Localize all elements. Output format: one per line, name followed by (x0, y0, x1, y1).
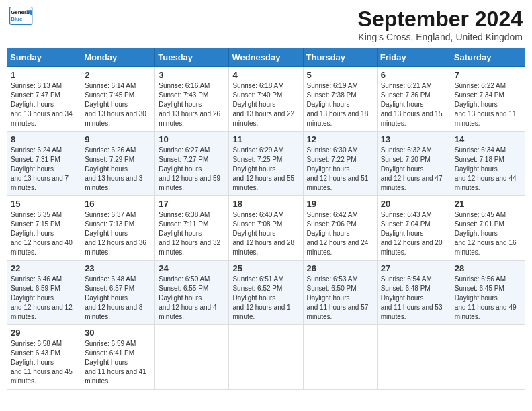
month-title: September 2024 (358, 7, 523, 32)
calendar-cell (303, 325, 377, 390)
calendar-cell: 5 Sunrise: 6:19 AMSunset: 7:38 PMDayligh… (303, 67, 377, 132)
day-detail: Sunrise: 6:56 AMSunset: 6:45 PMDaylight … (455, 275, 517, 320)
day-detail: Sunrise: 6:29 AMSunset: 7:25 PMDaylight … (232, 146, 294, 191)
calendar-week-4: 22 Sunrise: 6:46 AMSunset: 6:59 PMDaylig… (7, 261, 525, 325)
logo-icon: General Blue (9, 7, 34, 26)
calendar-cell: 21 Sunrise: 6:45 AMSunset: 7:01 PMDaylig… (451, 196, 525, 261)
calendar-cell: 7 Sunrise: 6:22 AMSunset: 7:34 PMDayligh… (451, 67, 525, 132)
day-detail: Sunrise: 6:45 AMSunset: 7:01 PMDaylight … (455, 211, 517, 256)
day-number: 8 (11, 134, 77, 144)
calendar-cell: 29 Sunrise: 6:58 AMSunset: 6:43 PMDaylig… (7, 325, 81, 390)
day-number: 18 (232, 199, 299, 209)
logo: General Blue (9, 7, 34, 26)
calendar-cell: 13 Sunrise: 6:32 AMSunset: 7:20 PMDaylig… (377, 132, 451, 196)
calendar-cell: 30 Sunrise: 6:59 AMSunset: 6:41 PMDaylig… (81, 325, 155, 390)
day-detail: Sunrise: 6:54 AMSunset: 6:48 PMDaylight … (381, 275, 443, 320)
page-header: General Blue September 2024 King's Cross… (7, 7, 525, 42)
calendar-cell (377, 325, 451, 390)
calendar-cell: 1 Sunrise: 6:13 AMSunset: 7:47 PMDayligh… (7, 67, 81, 132)
calendar-cell: 11 Sunrise: 6:29 AMSunset: 7:25 PMDaylig… (229, 132, 303, 196)
calendar-cell (451, 325, 525, 390)
day-detail: Sunrise: 6:46 AMSunset: 6:59 PMDaylight … (11, 275, 73, 320)
day-number: 10 (159, 134, 225, 144)
calendar-cell: 20 Sunrise: 6:43 AMSunset: 7:04 PMDaylig… (377, 196, 451, 261)
day-detail: Sunrise: 6:43 AMSunset: 7:04 PMDaylight … (381, 211, 443, 256)
calendar-cell (229, 325, 303, 390)
day-detail: Sunrise: 6:38 AMSunset: 7:11 PMDaylight … (159, 211, 220, 256)
day-number: 3 (159, 70, 225, 80)
calendar-cell: 25 Sunrise: 6:51 AMSunset: 6:52 PMDaylig… (229, 261, 303, 325)
calendar-week-5: 29 Sunrise: 6:58 AMSunset: 6:43 PMDaylig… (7, 325, 525, 390)
day-number: 13 (381, 134, 447, 144)
day-detail: Sunrise: 6:14 AMSunset: 7:45 PMDaylight … (85, 82, 146, 127)
day-number: 11 (232, 134, 299, 144)
day-number: 12 (307, 134, 373, 144)
calendar-cell: 16 Sunrise: 6:37 AMSunset: 7:13 PMDaylig… (81, 196, 155, 261)
day-detail: Sunrise: 6:21 AMSunset: 7:36 PMDaylight … (381, 82, 443, 127)
svg-text:Blue: Blue (11, 16, 23, 22)
day-number: 26 (307, 263, 373, 273)
calendar-header-thursday: Thursday (303, 48, 377, 67)
calendar-week-1: 1 Sunrise: 6:13 AMSunset: 7:47 PMDayligh… (7, 67, 525, 132)
day-detail: Sunrise: 6:24 AMSunset: 7:31 PMDaylight … (11, 146, 69, 191)
calendar-cell: 14 Sunrise: 6:34 AMSunset: 7:18 PMDaylig… (451, 132, 525, 196)
calendar-cell (155, 325, 229, 390)
day-detail: Sunrise: 6:32 AMSunset: 7:20 PMDaylight … (381, 146, 443, 191)
calendar-cell: 18 Sunrise: 6:40 AMSunset: 7:08 PMDaylig… (229, 196, 303, 261)
day-number: 24 (159, 263, 225, 273)
day-detail: Sunrise: 6:27 AMSunset: 7:27 PMDaylight … (159, 146, 220, 191)
day-number: 28 (455, 263, 521, 273)
calendar-cell: 19 Sunrise: 6:42 AMSunset: 7:06 PMDaylig… (303, 196, 377, 261)
day-number: 19 (307, 199, 373, 209)
calendar-cell: 17 Sunrise: 6:38 AMSunset: 7:11 PMDaylig… (155, 196, 229, 261)
calendar-cell: 6 Sunrise: 6:21 AMSunset: 7:36 PMDayligh… (377, 67, 451, 132)
day-number: 27 (381, 263, 447, 273)
calendar-week-3: 15 Sunrise: 6:35 AMSunset: 7:15 PMDaylig… (7, 196, 525, 261)
day-number: 21 (455, 199, 521, 209)
calendar-header-sunday: Sunday (7, 48, 81, 67)
day-number: 5 (307, 70, 373, 80)
calendar-cell: 12 Sunrise: 6:30 AMSunset: 7:22 PMDaylig… (303, 132, 377, 196)
day-detail: Sunrise: 6:22 AMSunset: 7:34 PMDaylight … (455, 82, 517, 127)
calendar-cell: 22 Sunrise: 6:46 AMSunset: 6:59 PMDaylig… (7, 261, 81, 325)
calendar-header-saturday: Saturday (451, 48, 525, 67)
calendar-header-row: SundayMondayTuesdayWednesdayThursdayFrid… (7, 48, 525, 67)
calendar-cell: 3 Sunrise: 6:16 AMSunset: 7:43 PMDayligh… (155, 67, 229, 132)
calendar-cell: 26 Sunrise: 6:53 AMSunset: 6:50 PMDaylig… (303, 261, 377, 325)
day-number: 20 (381, 199, 447, 209)
day-detail: Sunrise: 6:18 AMSunset: 7:40 PMDaylight … (232, 82, 294, 127)
day-number: 29 (11, 328, 77, 338)
day-number: 23 (85, 263, 151, 273)
day-number: 1 (11, 70, 77, 80)
day-detail: Sunrise: 6:37 AMSunset: 7:13 PMDaylight … (85, 211, 146, 256)
calendar-cell: 4 Sunrise: 6:18 AMSunset: 7:40 PMDayligh… (229, 67, 303, 132)
title-section: September 2024 King's Cross, England, Un… (358, 7, 523, 42)
day-detail: Sunrise: 6:30 AMSunset: 7:22 PMDaylight … (307, 146, 369, 191)
day-number: 9 (85, 134, 151, 144)
day-detail: Sunrise: 6:50 AMSunset: 6:55 PMDaylight … (159, 275, 216, 320)
calendar-header-tuesday: Tuesday (155, 48, 229, 67)
calendar-cell: 15 Sunrise: 6:35 AMSunset: 7:15 PMDaylig… (7, 196, 81, 261)
day-detail: Sunrise: 6:40 AMSunset: 7:08 PMDaylight … (232, 211, 294, 256)
day-number: 6 (381, 70, 447, 80)
calendar-cell: 23 Sunrise: 6:48 AMSunset: 6:57 PMDaylig… (81, 261, 155, 325)
location-title: King's Cross, England, United Kingdom (358, 32, 523, 42)
day-number: 15 (11, 199, 77, 209)
day-number: 25 (232, 263, 299, 273)
calendar-body: 1 Sunrise: 6:13 AMSunset: 7:47 PMDayligh… (7, 67, 525, 390)
day-number: 30 (85, 328, 151, 338)
day-detail: Sunrise: 6:58 AMSunset: 6:43 PMDaylight … (11, 340, 73, 385)
day-number: 2 (85, 70, 151, 80)
calendar-cell: 24 Sunrise: 6:50 AMSunset: 6:55 PMDaylig… (155, 261, 229, 325)
calendar-table: SundayMondayTuesdayWednesdayThursdayFrid… (7, 48, 525, 390)
day-number: 7 (455, 70, 521, 80)
calendar-cell: 27 Sunrise: 6:54 AMSunset: 6:48 PMDaylig… (377, 261, 451, 325)
day-detail: Sunrise: 6:19 AMSunset: 7:38 PMDaylight … (307, 82, 369, 127)
calendar-cell: 2 Sunrise: 6:14 AMSunset: 7:45 PMDayligh… (81, 67, 155, 132)
day-detail: Sunrise: 6:34 AMSunset: 7:18 PMDaylight … (455, 146, 517, 191)
calendar-cell: 8 Sunrise: 6:24 AMSunset: 7:31 PMDayligh… (7, 132, 81, 196)
calendar-header-friday: Friday (377, 48, 451, 67)
calendar-week-2: 8 Sunrise: 6:24 AMSunset: 7:31 PMDayligh… (7, 132, 525, 196)
day-number: 17 (159, 199, 225, 209)
day-detail: Sunrise: 6:53 AMSunset: 6:50 PMDaylight … (307, 275, 369, 320)
